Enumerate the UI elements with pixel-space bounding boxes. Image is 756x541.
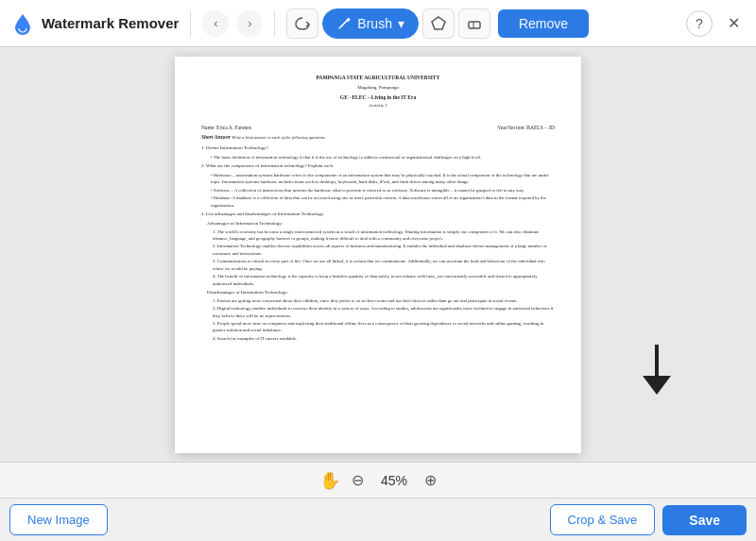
document-canvas: PAMPANGA STATE AGRICULTURAL UNIVERSITY M… xyxy=(175,57,581,453)
zoom-in-icon[interactable]: ⊕ xyxy=(424,471,437,489)
brush-label: Brush xyxy=(357,16,392,31)
doc-q2: 2. What are the components of informatio… xyxy=(201,162,555,170)
close-button[interactable]: ✕ xyxy=(720,10,747,37)
logo-area: Watermark Remover xyxy=(9,10,179,37)
remove-button[interactable]: Remove xyxy=(498,9,589,38)
doc-q2-b2: • Software – A collection of instruction… xyxy=(211,187,555,194)
polygon-icon xyxy=(430,15,447,32)
doc-university: PAMPANGA STATE AGRICULTURAL UNIVERSITY xyxy=(201,74,555,82)
doc-q3-b3: 3. Communication is critical in every pa… xyxy=(213,258,555,272)
new-image-label: New Image xyxy=(27,513,90,527)
doc-activity: Activity 1 xyxy=(201,102,555,110)
remove-label: Remove xyxy=(519,16,568,31)
doc-q3-b4: 4. The benefit of information technology… xyxy=(213,273,555,287)
arrow-indicator xyxy=(633,340,680,405)
doc-q3-b2: 2. Information Technology enables divers… xyxy=(213,243,555,257)
svg-rect-2 xyxy=(469,22,480,28)
doc-name: Name: Erica A. Farones xyxy=(201,124,251,132)
help-label: ? xyxy=(696,16,703,31)
doc-q3-sub1: Advantages of Information Technology: xyxy=(207,220,555,228)
doc-q3-b1: 1. The world's economy has become a sing… xyxy=(213,228,555,243)
svg-marker-1 xyxy=(432,17,445,29)
zoom-bar: ✋ ⊖ 45% ⊕ xyxy=(0,462,756,498)
brush-icon xyxy=(336,16,352,31)
doc-q4-label: Disadvantages of Information Technology: xyxy=(207,289,555,296)
hand-tool-icon[interactable]: ✋ xyxy=(319,470,340,491)
doc-q2-b1: • Hardware – information systems hardwar… xyxy=(211,172,555,186)
close-label: ✕ xyxy=(728,14,740,32)
doc-q4-b4: 4. Search for examples of IT careers ava… xyxy=(213,335,555,342)
action-bar: New Image Crop & Save Save xyxy=(0,498,756,541)
eraser-icon xyxy=(466,15,483,32)
crop-save-label: Crop & Save xyxy=(568,513,638,527)
eraser-tool-button[interactable] xyxy=(458,8,490,39)
brush-tool-button[interactable]: Brush ▾ xyxy=(322,8,419,39)
svg-marker-5 xyxy=(643,376,671,395)
toolbar: Watermark Remover ‹ › Brush ▾ xyxy=(0,0,756,47)
doc-q1-b1: • The basic definition of information te… xyxy=(211,154,555,161)
doc-q1: 1. Define Information Technology? xyxy=(201,144,555,152)
new-image-button[interactable]: New Image xyxy=(9,504,108,535)
doc-content: PAMPANGA STATE AGRICULTURAL UNIVERSITY M… xyxy=(175,57,581,361)
separator-2 xyxy=(274,10,275,37)
logo-icon xyxy=(9,10,36,37)
doc-short-answer-label: Short Answer Write a brief answer to eac… xyxy=(201,133,555,142)
tool-group: Brush ▾ xyxy=(286,8,490,39)
doc-q4-b1: 1. Parents are getting more concerned ab… xyxy=(213,297,555,304)
app-title: Watermark Remover xyxy=(42,15,179,31)
forward-button[interactable]: › xyxy=(236,10,263,37)
brush-chevron: ▾ xyxy=(398,16,404,31)
doc-year: Year/Section: BAELS – 3D xyxy=(497,124,555,132)
main-area: PAMPANGA STATE AGRICULTURAL UNIVERSITY M… xyxy=(0,47,756,462)
back-button[interactable]: ‹ xyxy=(202,10,229,37)
lasso-tool-button[interactable] xyxy=(286,8,318,39)
crop-save-button[interactable]: Crop & Save xyxy=(550,504,656,535)
save-label: Save xyxy=(689,513,720,528)
lasso-icon xyxy=(294,15,311,32)
doc-q4-b2: 2. Digital technology enables individual… xyxy=(213,305,555,319)
zoom-level: 45% xyxy=(375,473,413,488)
help-button[interactable]: ? xyxy=(686,10,713,37)
doc-short-answer-instruction: Write a brief answer to each of the foll… xyxy=(232,135,326,140)
doc-q2-b3: • Database: A database is a collection o… xyxy=(211,194,555,209)
doc-subject: GE - ELEC – Living in the IT Era xyxy=(201,93,555,102)
doc-name-line: Name: Erica A. Farones Year/Section: BAE… xyxy=(201,124,555,132)
save-button[interactable]: Save xyxy=(662,505,747,535)
polygon-tool-button[interactable] xyxy=(422,8,455,39)
separator-1 xyxy=(190,10,191,37)
doc-q3: 3. List advantages and disadvantages of … xyxy=(201,211,555,218)
doc-address: Magalang, Pampanga xyxy=(201,84,555,92)
zoom-out-icon[interactable]: ⊖ xyxy=(352,471,364,489)
doc-q4-b3: 3. People spend more time on computers a… xyxy=(213,320,555,334)
